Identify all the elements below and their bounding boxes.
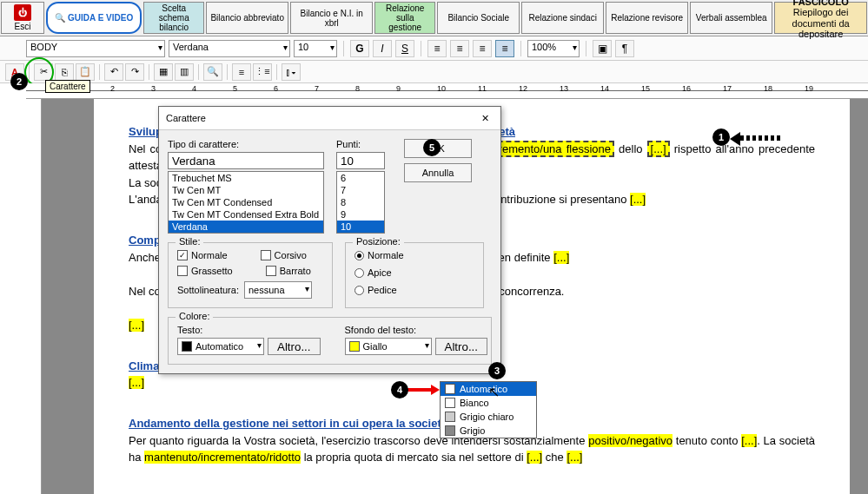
ruler-tick: 13 — [560, 84, 568, 93]
align-right-button[interactable]: ≡ — [473, 40, 492, 57]
posizione-group-label: Posizione: — [353, 236, 404, 247]
size-dropdown[interactable]: 10 — [294, 40, 337, 57]
normale-checkbox[interactable]: ✓Normale — [177, 250, 228, 260]
dialog-title: Carattere — [166, 113, 206, 123]
exit-button[interactable]: ⏻ Esci — [1, 2, 44, 34]
list-item[interactable]: Trebuchet MS — [169, 172, 323, 184]
step-4-badge: 4 — [391, 381, 408, 398]
apice-radio[interactable]: Apice — [354, 267, 474, 278]
bg-color-popup[interactable]: Automatico Bianco Grigio chiaro Grigio — [440, 381, 537, 438]
list-item[interactable]: Tw Cen MT Condensed — [169, 196, 323, 208]
italic-button[interactable]: I — [373, 40, 392, 57]
barrato-checkbox[interactable]: Barrato — [266, 266, 311, 276]
list-item[interactable]: Tw Cen MT — [169, 184, 323, 196]
fascicolo-subtitle: Riepilogo dei documenti da depositare — [779, 7, 863, 38]
testo-label: Testo: — [177, 325, 321, 335]
align-justify-button[interactable]: ≡ — [495, 40, 514, 57]
underline-button[interactable]: S — [395, 40, 414, 57]
main-toolbar: ⏻ Esci 🔍 GUIDA E VIDEO Scelta schema bil… — [0, 0, 868, 36]
ruler-tick: 7 — [315, 84, 319, 93]
align-left-button[interactable]: ≡ — [427, 40, 447, 57]
verbali-button[interactable]: Verbali assemblea — [690, 2, 772, 34]
zoom-dropdown[interactable]: 100% — [527, 40, 580, 57]
scelta-schema-button[interactable]: Scelta schema bilancio — [143, 2, 204, 34]
bg-color-dropdown[interactable]: Giallo — [345, 338, 432, 355]
undo-button[interactable]: ↶ — [104, 63, 123, 81]
numbered-list-button[interactable]: ≡ — [232, 63, 251, 81]
tooltip: Carattere — [45, 80, 90, 93]
font-type-input[interactable] — [168, 152, 324, 169]
list-item[interactable]: 9 — [337, 208, 384, 221]
ruler-tick: 5 — [233, 84, 237, 93]
find-button[interactable]: 🔍 — [203, 63, 222, 81]
bilancio-sociale-button[interactable]: Bilancio Sociale — [437, 2, 520, 34]
points-label: Punti: — [336, 139, 385, 149]
help-label: GUIDA E VIDEO — [68, 13, 133, 23]
fascicolo-title: FASCICOLO — [793, 0, 849, 7]
bullet-list-button[interactable]: ⋮≡ — [253, 63, 272, 81]
bg-color-altro-button[interactable]: Altro... — [435, 338, 488, 355]
redo-button[interactable]: ↷ — [125, 63, 144, 81]
normale-radio[interactable]: Normale — [354, 250, 474, 260]
ruler-tick: 15 — [641, 84, 650, 93]
text-color-altro-button[interactable]: Altro... — [268, 338, 321, 355]
ruler-tick: 12 — [519, 84, 527, 93]
horizontal-ruler[interactable]: 1 2 3 4 5 6 7 8 9 10 11 12 13 14 15 16 1… — [26, 83, 868, 99]
annulla-button[interactable]: Annulla — [404, 163, 472, 182]
stile-group-label: Stile: — [176, 236, 203, 247]
grassetto-checkbox[interactable]: Grassetto — [177, 266, 233, 276]
fascicolo-button[interactable]: FASCICOLO Riepilogo dei documenti da dep… — [774, 2, 867, 34]
paragraph-marks-button[interactable]: ¶ — [615, 40, 634, 57]
ruler-tick: 11 — [478, 84, 487, 93]
exit-label: Esci — [15, 22, 31, 31]
carattere-dialog: Carattere ✕ Tipo di carattere: Trebuchet… — [158, 106, 501, 374]
bilancio-xbrl-button[interactable]: Bilancio e N.I. in xbrl — [290, 2, 373, 34]
bold-button[interactable]: G — [350, 40, 369, 57]
format-bar: BODY Verdana 10 G I S ≡ ≡ ≡ ≡ 100% ▣ ¶ — [0, 36, 868, 61]
color-option-grigio-chiaro[interactable]: Grigio chiaro — [441, 410, 536, 424]
relazione-gestione-button[interactable]: Relazione sulla gestione — [374, 2, 435, 34]
bilancio-abbreviato-button[interactable]: Bilancio abbreviato — [206, 2, 288, 34]
color-option-automatico[interactable]: Automatico — [441, 382, 536, 396]
text-color-dropdown[interactable]: Automatico — [177, 338, 264, 355]
list-item[interactable]: 10 — [337, 221, 384, 233]
sottolineatura-label: Sottolineatura: — [177, 285, 239, 295]
dialog-titlebar[interactable]: Carattere ✕ — [159, 107, 500, 130]
relazione-revisore-button[interactable]: Relazione revisore — [606, 2, 688, 34]
font-dropdown[interactable]: Verdana — [169, 40, 290, 57]
vertical-ruler[interactable] — [26, 99, 42, 494]
copy-button[interactable]: ⎘ — [55, 63, 74, 81]
ruler-tick: 4 — [192, 84, 196, 93]
ruler-tick: 3 — [151, 84, 156, 93]
font-listbox[interactable]: Trebuchet MS Tw Cen MT Tw Cen MT Condens… — [168, 171, 324, 234]
close-button[interactable]: ✕ — [476, 110, 494, 126]
help-button[interactable]: 🔍 GUIDA E VIDEO — [46, 2, 142, 34]
column-button[interactable]: ▥ — [175, 63, 194, 81]
power-icon: ⏻ — [14, 4, 31, 21]
list-item[interactable]: 6 — [337, 172, 384, 184]
points-input[interactable] — [336, 152, 385, 169]
color-option-grigio[interactable]: Grigio — [441, 424, 536, 438]
list-item[interactable]: 7 — [337, 184, 384, 196]
tutorial-arrow-icon — [407, 385, 440, 394]
ruler-tick: 18 — [764, 84, 772, 93]
paste-button[interactable]: 📋 — [76, 63, 95, 81]
bookmark-button[interactable]: ⫿▾ — [282, 63, 301, 81]
cut-button[interactable]: ✂ — [34, 63, 53, 81]
ruler-tick: 19 — [805, 84, 813, 93]
style-dropdown[interactable]: BODY — [26, 40, 165, 57]
relazione-sindaci-button[interactable]: Relazione sindaci — [521, 2, 604, 34]
table-button[interactable]: ▦ — [154, 63, 173, 81]
list-item[interactable]: 8 — [337, 196, 384, 208]
font-type-label: Tipo di carattere: — [168, 139, 324, 149]
pedice-radio[interactable]: Pedice — [354, 285, 474, 295]
color-option-bianco[interactable]: Bianco — [441, 396, 536, 410]
size-listbox[interactable]: 6 7 8 9 10 — [336, 171, 385, 234]
align-center-button[interactable]: ≡ — [450, 40, 469, 57]
corsivo-checkbox[interactable]: Corsivo — [261, 250, 307, 260]
list-item[interactable]: Verdana — [169, 221, 323, 233]
sottolineatura-dropdown[interactable]: nessuna — [244, 281, 312, 299]
layout-button[interactable]: ▣ — [593, 40, 612, 57]
list-item[interactable]: Tw Cen MT Condensed Extra Bold — [169, 208, 323, 221]
step-5-badge: 5 — [423, 139, 441, 156]
